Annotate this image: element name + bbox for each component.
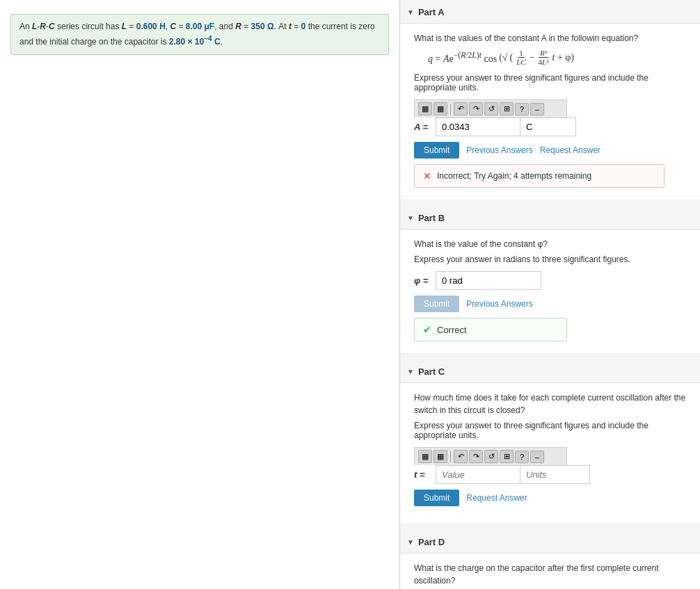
part-a-header[interactable]: ▼ Part A — [400, 0, 700, 23]
part-c-label: Part C — [418, 366, 445, 377]
part-b-content: What is the value of the constant φ? Exp… — [400, 229, 700, 353]
part-a-feedback: ✕ Incorrect; Try Again; 4 attempts remai… — [414, 164, 665, 188]
collapse-icon-a: ▼ — [407, 8, 414, 16]
part-a-toolbar: ▦ ▦ ↶ ↷ ↺ ⊞ ? – — [414, 99, 567, 118]
part-b-label: Part B — [418, 213, 445, 223]
part-c-units-input[interactable] — [520, 466, 589, 483]
collapse-icon-d: ▼ — [407, 538, 414, 546]
part-c-section: ▼ Part C How much time does it take for … — [400, 360, 700, 523]
part-b-answer-row: φ = — [414, 271, 686, 290]
toolbar-c-btn-grid[interactable]: ⊞ — [500, 450, 514, 463]
part-b-question: What is the value of the constant φ? — [414, 238, 686, 250]
part-c-submit-row: Submit Request Answer — [414, 490, 686, 506]
divider-bc — [400, 354, 700, 360]
incorrect-icon: ✕ — [423, 170, 431, 181]
toolbar-c-sep1 — [450, 451, 451, 462]
collapse-icon-b: ▼ — [407, 214, 414, 222]
part-a-equation: q = Ae−(R/2L)t cos (√ ( 1 LC − R² 4L² t … — [428, 49, 686, 66]
divider-cd — [400, 524, 700, 530]
toolbar-btn-dash[interactable]: – — [530, 103, 544, 115]
part-c-value-input[interactable] — [436, 466, 520, 483]
part-a-section: ▼ Part A What is the values of the const… — [400, 0, 700, 199]
toolbar-btn-help[interactable]: ? — [515, 103, 529, 115]
toolbar-btn-undo[interactable]: ↶ — [454, 102, 468, 115]
toolbar-c-btn-matrix2[interactable]: ▦ — [433, 450, 447, 463]
toolbar-btn-redo[interactable]: ↷ — [469, 102, 483, 115]
toolbar-c-btn-redo[interactable]: ↷ — [469, 450, 483, 463]
part-b-submit-row: Submit Previous Answers — [414, 296, 686, 312]
toolbar-c-btn-reset[interactable]: ↺ — [484, 450, 498, 463]
part-d-label: Part D — [418, 537, 445, 547]
part-a-units-input[interactable] — [520, 118, 575, 136]
part-c-header[interactable]: ▼ Part C — [400, 360, 700, 382]
page-wrapper: An L-R-C series circuit has L = 0.600 H,… — [0, 0, 700, 589]
part-b-input-group — [436, 271, 541, 290]
part-a-feedback-text: Incorrect; Try Again; 4 attempts remaini… — [437, 171, 591, 181]
left-panel: An L-R-C series circuit has L = 0.600 H,… — [0, 0, 400, 589]
toolbar-btn-reset[interactable]: ↺ — [484, 102, 498, 115]
part-a-question: What is the values of the constant A in … — [414, 32, 686, 45]
part-c-toolbar-wrap: ▦ ▦ ↶ ↷ ↺ ⊞ ? – t = — [414, 447, 590, 484]
toolbar-c-btn-undo[interactable]: ↶ — [454, 450, 468, 463]
toolbar-c-btn-dash[interactable]: – — [530, 451, 544, 463]
correct-icon: ✔ — [423, 324, 431, 335]
toolbar-btn-matrix2[interactable]: ▦ — [433, 102, 447, 115]
part-c-answer-row: t = — [414, 465, 590, 484]
part-c-answer-label: t = — [414, 469, 431, 480]
right-panel: ▼ Part A What is the values of the const… — [400, 0, 700, 589]
part-b-answer-label: φ = — [414, 275, 431, 286]
part-b-instruction: Express your answer in radians to three … — [414, 255, 686, 264]
divider-ab — [400, 200, 700, 206]
part-a-value-input[interactable] — [436, 118, 520, 136]
part-a-answer-row: A = — [414, 118, 576, 136]
part-c-request-answer-link[interactable]: Request Answer — [466, 493, 527, 503]
part-c-toolbar: ▦ ▦ ↶ ↷ ↺ ⊞ ? – — [414, 447, 567, 465]
toolbar-btn-matrix1[interactable]: ▦ — [418, 102, 432, 115]
part-a-toolbar-wrap: ▦ ▦ ↶ ↷ ↺ ⊞ ? – A = — [414, 99, 576, 136]
part-a-prev-answers-link[interactable]: Previous Answers — [466, 145, 532, 155]
toolbar-c-btn-matrix1[interactable]: ▦ — [418, 450, 432, 463]
part-b-header[interactable]: ▼ Part B — [400, 206, 700, 229]
part-b-prev-answers-link[interactable]: Previous Answers — [466, 299, 532, 309]
problem-statement: An L-R-C series circuit has L = 0.600 H,… — [10, 14, 389, 55]
part-c-instruction: Express your answer to three significant… — [414, 421, 686, 440]
collapse-icon-c: ▼ — [407, 368, 414, 376]
part-d-header[interactable]: ▼ Part D — [400, 530, 700, 553]
part-c-submit-button[interactable]: Submit — [414, 490, 459, 506]
part-c-input-group — [436, 465, 590, 484]
part-c-content: How much time does it take for each comp… — [400, 382, 700, 523]
part-b-feedback: ✔ Correct — [414, 318, 567, 341]
part-b-value-input[interactable] — [436, 272, 541, 289]
part-a-content: What is the values of the constant A in … — [400, 23, 700, 199]
part-d-question: What is the charge on the capacitor afte… — [414, 562, 686, 587]
part-a-label: Part A — [418, 7, 445, 17]
part-a-submit-row: Submit Previous Answers Request Answer — [414, 142, 686, 159]
part-a-request-answer-link[interactable]: Request Answer — [540, 145, 600, 155]
part-a-instruction: Express your answer to three significant… — [414, 73, 686, 92]
part-a-answer-label: A = — [414, 122, 431, 132]
toolbar-btn-grid[interactable]: ⊞ — [500, 102, 514, 115]
part-c-question: How much time does it take for each comp… — [414, 392, 686, 417]
part-b-feedback-text: Correct — [437, 325, 467, 335]
part-a-input-group — [436, 118, 576, 136]
part-d-content: What is the charge on the capacitor afte… — [400, 553, 700, 589]
part-a-submit-button[interactable]: Submit — [414, 142, 459, 159]
toolbar-c-btn-help[interactable]: ? — [515, 451, 529, 463]
toolbar-sep1 — [450, 104, 451, 115]
part-b-section: ▼ Part B What is the value of the consta… — [400, 206, 700, 353]
part-d-section: ▼ Part D What is the charge on the capac… — [400, 530, 700, 589]
part-b-submit-button[interactable]: Submit — [414, 296, 459, 312]
